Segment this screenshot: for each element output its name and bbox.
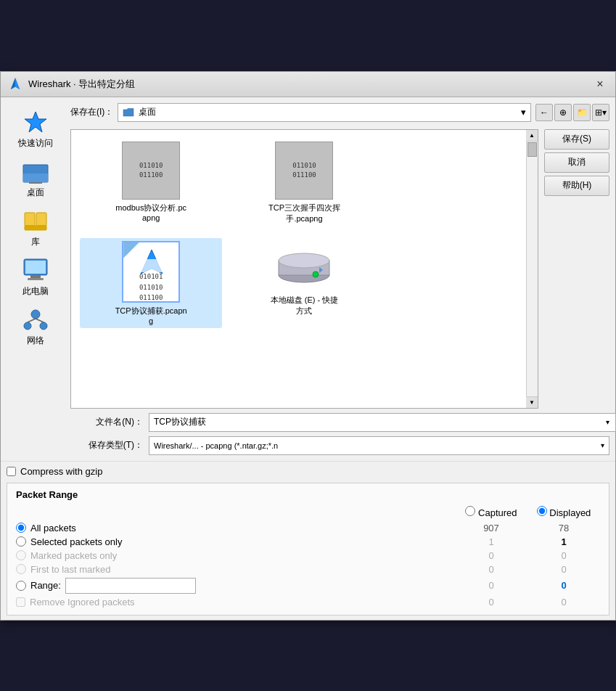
pr-header-row: Captured Displayed [16,506,600,518]
remove-ignored-label-container: Remove Ignored packets [16,597,455,608]
new-folder-button[interactable]: 📁 [573,104,591,121]
location-label: 保存在(I)： [70,106,113,118]
file-item-local-disk[interactable]: 本地磁盘 (E) - 快捷方式 [233,238,375,328]
svg-point-16 [40,322,47,330]
view-options-button[interactable]: ⊞▾ [592,104,609,121]
range-input[interactable] [65,578,196,594]
toolbar-buttons: ← ⊕ 📁 ⊞▾ [535,104,609,121]
sidebar-label-network: 网络 [27,335,44,347]
nav-forward-button[interactable]: ⊕ [554,104,572,121]
remove-ignored-checkbox[interactable] [16,597,25,607]
file-item-tcp-handshake[interactable]: 011010 011100 TCP三次握手四次挥手.pcapng [233,139,375,227]
action-buttons: 保存(S) 取消 帮助(H) [544,129,609,196]
all-packets-label: All packets [30,523,76,533]
file-type-arrow-icon: ▾ [601,441,604,449]
location-value: 桌面 [139,106,517,118]
svg-rect-7 [25,213,35,226]
cancel-button[interactable]: 取消 [544,152,609,173]
range-row: Range: 0 0 [16,576,600,595]
help-button[interactable]: 帮助(H) [544,176,609,196]
file-browser-section: 011010 011100 modbus协议分析.pcapng 011010 0… [70,129,609,409]
main-dialog: Wireshark · 导出特定分组 × 快速访问 [0,71,616,621]
sidebar: 快速访问 桌面 [7,103,65,455]
selected-packets-radio[interactable] [16,536,26,547]
marked-packets-label-container: Marked packets only [16,550,455,561]
selected-packets-label: Selected packets only [30,536,122,547]
range-radio[interactable] [16,581,26,591]
range-label: Range: [30,580,61,591]
file-browser: 011010 011100 modbus协议分析.pcapng 011010 0… [70,129,538,409]
selected-displayed-val: 1 [527,536,600,547]
svg-rect-9 [25,226,46,230]
sidebar-item-this-pc[interactable]: 此电脑 [9,254,62,300]
network-icon [21,306,50,332]
all-packets-row: All packets 907 78 [16,521,600,535]
all-captured-val: 907 [455,523,527,533]
sidebar-label-desktop: 桌面 [27,187,44,199]
remove-ignored-row: Remove Ignored packets 0 0 [16,595,600,609]
sidebar-label-library: 库 [31,236,40,248]
pcap-icon-gray-1: 011010 011100 [122,142,180,200]
file-name-input[interactable] [149,413,616,432]
all-packets-radio[interactable] [16,523,26,533]
svg-rect-5 [29,182,42,184]
file-type-value: Wireshark/... - pcapng (*.ntar.gz;*.n [154,441,598,450]
captured-header: Captured [455,506,527,518]
sidebar-item-library[interactable]: 库 [9,205,62,251]
displayed-header: Displayed [527,506,600,518]
packet-range-title: Packet Range [16,489,600,500]
title-bar-text: Wireshark · 导出特定分组 [28,78,135,91]
scroll-up-button[interactable]: ▲ [526,130,538,142]
ignored-captured-val: 0 [455,597,527,608]
first-last-radio[interactable] [16,564,26,574]
sidebar-item-quick-access[interactable]: 快速访问 [9,106,62,152]
svg-rect-12 [30,275,41,278]
wireshark-icon [8,77,22,91]
svg-point-14 [31,310,40,319]
sidebar-label-this-pc: 此电脑 [22,285,49,298]
desktop-folder-icon [21,158,50,184]
save-button[interactable]: 保存(S) [544,129,609,150]
marked-packets-radio[interactable] [16,550,26,560]
file-type-dropdown[interactable]: Wireshark/... - pcapng (*.ntar.gz;*.n ▾ [149,436,609,455]
file-item-modbus[interactable]: 011010 011100 modbus协议分析.pcapng [80,139,222,227]
first-last-marked-row: First to last marked 0 0 [16,563,600,576]
svg-rect-11 [25,261,46,274]
svg-line-18 [36,319,44,322]
first-last-displayed-val: 0 [527,564,600,575]
drive-svg [276,242,332,290]
selected-packets-label-container: Selected packets only [16,536,455,547]
close-button[interactable]: × [592,76,608,92]
location-dropdown[interactable]: 桌面 ▾ [118,103,531,122]
all-packets-label-container: All packets [16,523,455,533]
file-name-modbus: modbus协议分析.pcapng [115,203,187,222]
svg-marker-2 [25,112,46,132]
svg-rect-8 [36,213,46,226]
marked-captured-val: 0 [455,550,527,561]
svg-point-24 [313,271,319,277]
sidebar-item-network[interactable]: 网络 [9,303,62,350]
svg-rect-13 [28,278,44,280]
drive-icon [275,241,333,292]
compress-checkbox[interactable] [7,467,16,476]
pcap-icon-gray-2: 011010 011100 [275,142,333,200]
sidebar-item-desktop[interactable]: 桌面 [9,155,62,202]
sidebar-label-quick-access: 快速访问 [18,137,53,150]
file-name-tcp-capture: TCP协议捕获.pcapng [115,306,187,325]
svg-rect-20 [139,259,164,272]
computer-icon [21,257,50,283]
nav-back-button[interactable]: ← [535,104,553,121]
first-last-captured-val: 0 [455,564,527,575]
svg-point-15 [24,322,31,330]
marked-packets-row: Marked packets only 0 0 [16,549,600,563]
library-icon [21,208,50,234]
range-captured-val: 0 [455,580,527,591]
dropdown-arrow-icon: ▾ [521,107,526,118]
file-item-tcp-capture[interactable]: 010101 011010 011100 TCP协议捕获.pcapng [80,238,222,328]
file-name-label: 文件名(N)： [70,416,143,428]
star-icon [21,109,50,135]
range-displayed-val: 0 [527,580,600,591]
all-displayed-val: 78 [527,523,600,533]
scroll-down-button[interactable]: ▼ [526,396,538,408]
selected-captured-val: 1 [455,536,527,547]
